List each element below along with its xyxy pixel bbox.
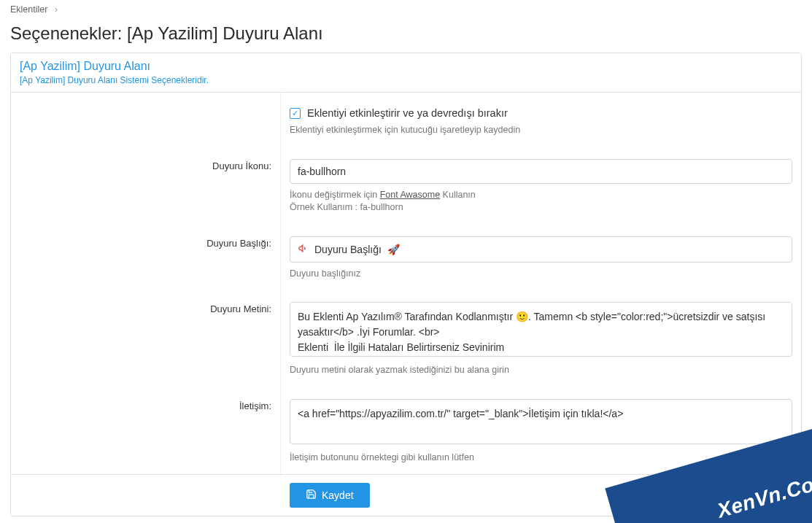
row-enable: ✓ Eklentiyi etkinleştirir ve ya devredış… xyxy=(11,93,801,147)
text-label: Duyuru Metini: xyxy=(11,290,281,387)
block-minor-desc: [Ap Yazilim] Duyuru Alanı Sistemi Seçene… xyxy=(20,75,792,85)
row-contact: İletişim: İletişim butonunu örnektegi gi… xyxy=(11,387,801,475)
icon-input[interactable] xyxy=(290,159,792,184)
block-minor-title: [Ap Yazilim] Duyuru Alanı xyxy=(20,60,792,73)
rocket-icon: 🚀 xyxy=(387,244,400,255)
save-label: Kaydet xyxy=(322,489,354,501)
contact-label: İletişim: xyxy=(11,387,281,475)
icon-label: Duyuru İkonu: xyxy=(11,147,281,225)
title-explain: Duyuru başlığınız xyxy=(290,268,792,281)
font-awesome-link[interactable]: Font Awasome xyxy=(380,190,440,200)
chevron-right-icon: › xyxy=(55,4,58,15)
block-footer: Kaydet xyxy=(11,474,801,516)
text-input[interactable] xyxy=(290,302,792,357)
row-text: Duyuru Metini: Duyuru metini olarak yazm… xyxy=(11,290,801,387)
title-value: Duyuru Başlığı xyxy=(314,244,382,255)
contact-explain: İletişim butonunu örnektegi gibi kullanı… xyxy=(290,452,792,465)
enable-checkbox-row[interactable]: ✓ Eklentiyi etkinleştirir ve ya devredış… xyxy=(290,107,792,119)
row-title: Duyuru Başlığı: Duyuru Başlığı 🚀 Duyuru … xyxy=(11,225,801,291)
text-explain: Duyuru metini olarak yazmak istediğinizi… xyxy=(290,364,792,377)
save-button[interactable]: Kaydet xyxy=(290,483,370,508)
contact-input[interactable] xyxy=(290,399,792,444)
enable-explain: Eklentiyi etkinleştirmek için kutucuğu i… xyxy=(290,124,792,137)
enable-label: Eklentiyi etkinleştirir ve ya devredışı … xyxy=(307,107,508,119)
title-label: Duyuru Başlığı: xyxy=(11,225,281,291)
block-header: [Ap Yazilim] Duyuru Alanı [Ap Yazilim] D… xyxy=(11,53,801,93)
title-input[interactable]: Duyuru Başlığı 🚀 xyxy=(290,236,792,263)
save-icon xyxy=(306,489,317,502)
row-icon: Duyuru İkonu: İkonu değiştirmek için Fon… xyxy=(11,147,801,225)
icon-explain: İkonu değiştirmek için Font Awasome Kull… xyxy=(290,189,792,214)
checkbox-icon: ✓ xyxy=(290,108,301,119)
page-title: Seçenenekler: [Ap Yazilim] Duyuru Alanı xyxy=(0,19,812,53)
bullhorn-icon xyxy=(298,243,309,256)
breadcrumb-root[interactable]: Eklentiler xyxy=(10,4,47,15)
options-block: [Ap Yazilim] Duyuru Alanı [Ap Yazilim] D… xyxy=(10,53,802,516)
breadcrumb: Eklentiler › xyxy=(0,0,812,19)
